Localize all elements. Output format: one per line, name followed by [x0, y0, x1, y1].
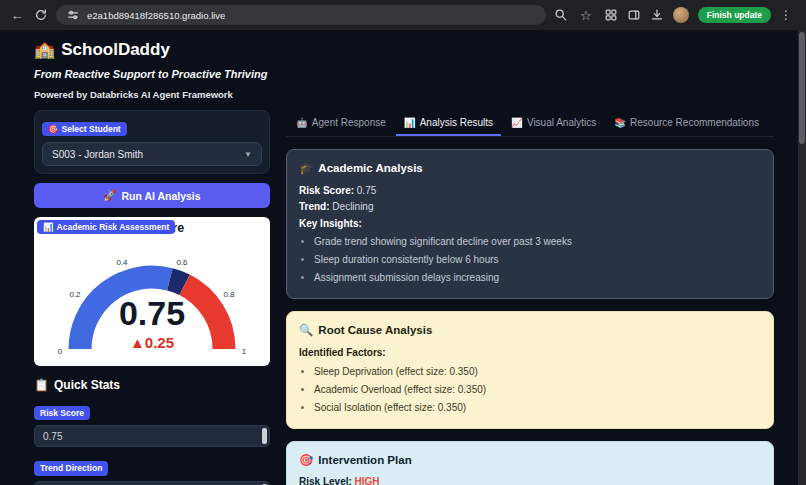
tab-bar: 🤖 Agent Response 📊 Analysis Results 📈 Vi…	[286, 110, 774, 137]
tab-visual-analytics[interactable]: 📈 Visual Analytics	[503, 110, 604, 136]
risk-gauge-chart: 0 0.2 0.4 0.6 0.8 1 0.75 ▲0.25	[38, 235, 266, 363]
app-subtitle: From Reactive Support to Proactive Thriv…	[34, 68, 774, 80]
page-scrollbar[interactable]	[798, 30, 806, 485]
books-icon: 📚	[614, 117, 626, 128]
trend-direction-field[interactable]: Declining	[34, 481, 270, 485]
gauge-tick-02: 0.2	[69, 290, 81, 299]
url-text: e2a1bd89418f286510.gradio.live	[87, 10, 225, 21]
side-panel-icon[interactable]	[627, 8, 641, 22]
stat-risk-score: Risk Score 0.75	[34, 402, 270, 447]
key-insights-label: Key Insights:	[299, 216, 761, 232]
reload-icon[interactable]	[34, 8, 48, 22]
app-title-text: SchoolDaddy	[61, 40, 170, 60]
identified-factors-label: Identified Factors:	[299, 345, 761, 361]
zoom-icon[interactable]	[554, 8, 568, 22]
gradio-app: 🏫 SchoolDaddy From Reactive Support to P…	[0, 30, 806, 485]
factor-item: Academic Overload (effect size: 0.350)	[314, 382, 761, 398]
clipboard-icon: 📋	[34, 378, 49, 392]
gauge-tick-06: 0.6	[176, 258, 188, 267]
textbox-scrollbar[interactable]	[262, 428, 267, 444]
risk-score-field[interactable]: 0.75	[34, 425, 270, 447]
magnifier-icon: 🔍	[299, 322, 313, 340]
menu-kebab-icon[interactable]: ⋮	[780, 8, 792, 22]
risk-level-badge: HIGH	[355, 476, 380, 485]
factors-list: Sleep Deprivation (effect size: 0.350) A…	[299, 364, 761, 416]
academic-analysis-card: 🎓 Academic Analysis Risk Score: 0.75 Tre…	[286, 149, 774, 299]
student-dropdown[interactable]: S003 - Jordan Smith ▼	[42, 142, 262, 166]
card-title: 🎯 Intervention Plan	[299, 452, 761, 470]
line-chart-icon: 📈	[511, 117, 523, 128]
gauge-value: 0.75	[119, 294, 185, 332]
gauge-tick-04: 0.4	[116, 258, 128, 267]
key-insights-list: Grade trend showing significant decline …	[299, 234, 761, 286]
site-settings-icon[interactable]	[66, 8, 80, 22]
gauge-tick-0: 0	[58, 347, 63, 356]
downloads-icon[interactable]	[650, 8, 664, 22]
extensions-icon[interactable]	[604, 8, 618, 22]
card-title: 🔍 Root Cause Analysis	[299, 322, 761, 340]
school-icon: 🏫	[34, 39, 55, 60]
rocket-icon: 🚀	[103, 189, 116, 202]
select-student-block: 🎯 Select Student S003 - Jordan Smith ▼	[34, 110, 270, 174]
toolbar-right: ☆ Finish update ⋮	[554, 7, 798, 23]
tab-agent-response[interactable]: 🤖 Agent Response	[288, 110, 394, 136]
bookmark-star-icon[interactable]: ☆	[577, 8, 595, 23]
quick-stats-heading: 📋 Quick Stats	[34, 378, 270, 392]
graduation-cap-icon: 🎓	[299, 160, 313, 178]
back-icon[interactable]: ←	[8, 8, 26, 23]
gauge-tick-1: 1	[242, 347, 247, 356]
root-cause-card: 🔍 Root Cause Analysis Identified Factors…	[286, 311, 774, 428]
trend-line: Trend: Declining	[299, 199, 761, 215]
insight-item: Sleep duration consistently below 6 hour…	[314, 252, 761, 268]
insight-item: Grade trend showing significant decline …	[314, 234, 761, 250]
browser-toolbar: ← e2a1bd89418f286510.gradio.live ☆ Finis…	[0, 0, 806, 30]
chart-icon: 📊	[43, 222, 54, 232]
bar-chart-icon: 📊	[404, 117, 416, 128]
intervention-plan-card: 🎯 Intervention Plan Risk Level: HIGH Rec…	[286, 441, 774, 485]
gauge-label: 📊 Academic Risk Assessment	[37, 220, 175, 234]
factor-item: Social Isolation (effect size: 0.350)	[314, 400, 761, 416]
scrollbar-thumb[interactable]	[799, 32, 805, 144]
stat-label: Risk Score	[34, 406, 90, 420]
address-bar[interactable]: e2a1bd89418f286510.gradio.live	[56, 5, 546, 25]
select-student-label: 🎯 Select Student	[42, 122, 127, 136]
stat-trend-direction: Trend Direction Declining	[34, 457, 270, 485]
factor-item: Sleep Deprivation (effect size: 0.350)	[314, 364, 761, 380]
chevron-down-icon: ▼	[244, 150, 252, 159]
student-dropdown-value: S003 - Jordan Smith	[52, 149, 143, 160]
page-title: 🏫 SchoolDaddy	[34, 39, 774, 60]
card-title: 🎓 Academic Analysis	[299, 160, 761, 178]
gauge-segment-threshold	[170, 279, 185, 285]
run-analysis-button[interactable]: 🚀 Run AI Analysis	[34, 183, 270, 208]
gauge-tick-08: 0.8	[223, 290, 235, 299]
finish-update-button[interactable]: Finish update	[698, 7, 771, 23]
target-icon: 🎯	[48, 124, 59, 134]
left-sidebar: 🎯 Select Student S003 - Jordan Smith ▼ 🚀…	[34, 110, 270, 485]
powered-by-text: Powered by Databricks AI Agent Framework	[34, 89, 774, 100]
profile-avatar[interactable]	[673, 7, 689, 23]
stat-label: Trend Direction	[34, 461, 108, 475]
risk-gauge-panel: 📊 Academic Risk Assessment Risk Score 0 …	[34, 217, 270, 366]
tab-analysis-results[interactable]: 📊 Analysis Results	[396, 110, 501, 136]
risk-score-line: Risk Score: 0.75	[299, 183, 761, 199]
tab-resource-recommendations[interactable]: 📚 Resource Recommendations	[606, 110, 767, 136]
risk-level-line: Risk Level: HIGH	[299, 474, 761, 485]
gauge-delta: ▲0.25	[130, 334, 174, 351]
robot-icon: 🤖	[296, 117, 308, 128]
gauge-segment-high	[185, 285, 224, 349]
target-icon: 🎯	[299, 452, 313, 470]
insight-item: Assignment submission delays increasing	[314, 270, 761, 286]
main-content: 🤖 Agent Response 📊 Analysis Results 📈 Vi…	[286, 110, 774, 485]
